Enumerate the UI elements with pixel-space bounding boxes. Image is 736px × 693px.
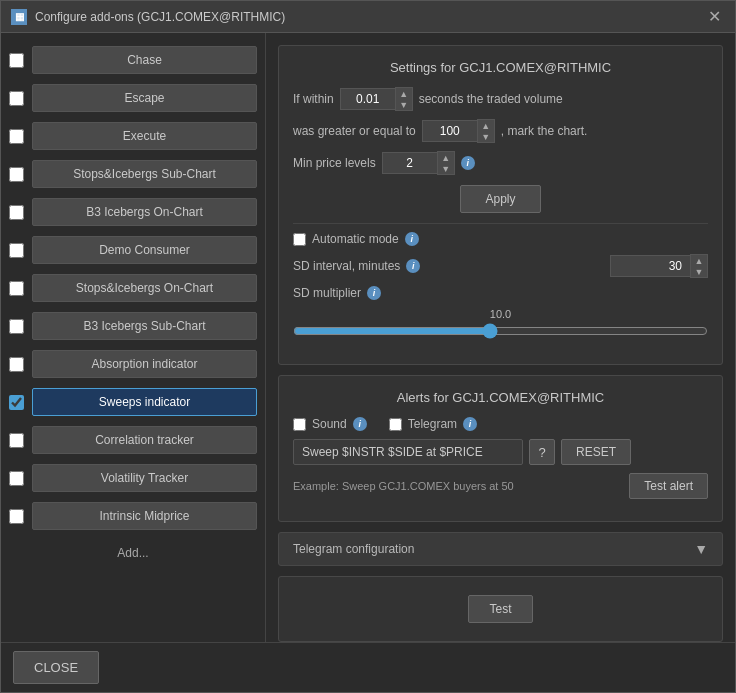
telegram-info-icon[interactable]: i bbox=[463, 417, 477, 431]
min-price-arrows: ▲ ▼ bbox=[437, 151, 455, 175]
main-content: Chase Escape Execute Stops&Icebergs Sub-… bbox=[1, 33, 735, 642]
message-row: ? RESET bbox=[293, 439, 708, 465]
checkbox-volatility[interactable] bbox=[9, 471, 24, 486]
sd-interval-down[interactable]: ▼ bbox=[691, 266, 707, 277]
btn-escape[interactable]: Escape bbox=[32, 84, 257, 112]
sidebar: Chase Escape Execute Stops&Icebergs Sub-… bbox=[1, 33, 266, 642]
seconds-down[interactable]: ▼ bbox=[396, 99, 412, 110]
checkbox-sweeps[interactable] bbox=[9, 395, 24, 410]
automatic-mode-label: Automatic mode bbox=[293, 232, 399, 246]
min-price-info-icon[interactable]: i bbox=[461, 156, 475, 170]
apply-button[interactable]: Apply bbox=[460, 185, 540, 213]
sd-multiplier-row: SD multiplier i 10.0 bbox=[293, 286, 708, 342]
window-close-btn[interactable]: ✕ bbox=[703, 6, 725, 28]
btn-demo[interactable]: Demo Consumer bbox=[32, 236, 257, 264]
checkbox-execute[interactable] bbox=[9, 129, 24, 144]
min-price-label: Min price levels bbox=[293, 156, 376, 170]
seconds-input[interactable] bbox=[340, 88, 395, 110]
sd-multiplier-slider[interactable] bbox=[293, 323, 708, 339]
btn-sweeps[interactable]: Sweeps indicator bbox=[32, 388, 257, 416]
telegram-text: Telegram bbox=[408, 417, 457, 431]
sd-interval-up[interactable]: ▲ bbox=[691, 255, 707, 266]
sd-multiplier-label: SD multiplier bbox=[293, 286, 361, 300]
sd-interval-spin: ▲ ▼ bbox=[610, 254, 708, 278]
sound-info-icon[interactable]: i bbox=[353, 417, 367, 431]
btn-absorption[interactable]: Absorption indicator bbox=[32, 350, 257, 378]
telegram-config-body: Test bbox=[278, 576, 723, 642]
min-price-row: Min price levels ▲ ▼ i bbox=[293, 151, 708, 175]
sd-interval-arrows: ▲ ▼ bbox=[690, 254, 708, 278]
mark-label: , mark the chart. bbox=[501, 124, 588, 138]
btn-b3-on[interactable]: B3 Icebergs On-Chart bbox=[32, 198, 257, 226]
sd-interval-row: SD interval, minutes i ▲ ▼ bbox=[293, 254, 708, 278]
telegram-config-section[interactable]: Telegram configuration ▼ bbox=[278, 532, 723, 566]
question-button[interactable]: ? bbox=[529, 439, 555, 465]
seconds-spin: ▲ ▼ bbox=[340, 87, 413, 111]
test-alert-button[interactable]: Test alert bbox=[629, 473, 708, 499]
volume-spin: ▲ ▼ bbox=[422, 119, 495, 143]
min-price-up[interactable]: ▲ bbox=[438, 152, 454, 163]
btn-correlation[interactable]: Correlation tracker bbox=[32, 426, 257, 454]
title-bar-left: ▦ Configure add-ons (GCJ1.COMEX@RITHMIC) bbox=[11, 9, 285, 25]
checkbox-intrinsic[interactable] bbox=[9, 509, 24, 524]
seconds-label: seconds the traded volume bbox=[419, 92, 563, 106]
checkbox-demo[interactable] bbox=[9, 243, 24, 258]
sound-telegram-row: Sound i Telegram i bbox=[293, 417, 708, 431]
sidebar-item-escape: Escape bbox=[1, 79, 265, 117]
min-price-spin: ▲ ▼ bbox=[382, 151, 455, 175]
checkbox-stops-on[interactable] bbox=[9, 281, 24, 296]
telegram-checkbox[interactable] bbox=[389, 418, 402, 431]
automatic-mode-row: Automatic mode i bbox=[293, 232, 708, 246]
sidebar-item-chase: Chase bbox=[1, 41, 265, 79]
title-bar: ▦ Configure add-ons (GCJ1.COMEX@RITHMIC)… bbox=[1, 1, 735, 33]
window-title: Configure add-ons (GCJ1.COMEX@RITHMIC) bbox=[35, 10, 285, 24]
automatic-mode-info-icon[interactable]: i bbox=[405, 232, 419, 246]
checkbox-chase[interactable] bbox=[9, 53, 24, 68]
telegram-chevron-icon: ▼ bbox=[694, 541, 708, 557]
btn-stops-on[interactable]: Stops&Icebergs On-Chart bbox=[32, 274, 257, 302]
sd-multiplier-value: 10.0 bbox=[293, 308, 708, 320]
settings-section: Settings for GCJ1.COMEX@RITHMIC If withi… bbox=[278, 45, 723, 365]
min-price-input[interactable] bbox=[382, 152, 437, 174]
message-input[interactable] bbox=[293, 439, 523, 465]
was-greater-label: was greater or equal to bbox=[293, 124, 416, 138]
volume-arrows: ▲ ▼ bbox=[477, 119, 495, 143]
automatic-mode-checkbox[interactable] bbox=[293, 233, 306, 246]
sidebar-item-absorption: Absorption indicator bbox=[1, 345, 265, 383]
sd-interval-input[interactable] bbox=[610, 255, 690, 277]
checkbox-escape[interactable] bbox=[9, 91, 24, 106]
telegram-test-button[interactable]: Test bbox=[468, 595, 532, 623]
volume-input[interactable] bbox=[422, 120, 477, 142]
sidebar-item-correlation: Correlation tracker bbox=[1, 421, 265, 459]
btn-chase[interactable]: Chase bbox=[32, 46, 257, 74]
checkbox-correlation[interactable] bbox=[9, 433, 24, 448]
btn-volatility[interactable]: Volatility Tracker bbox=[32, 464, 257, 492]
sd-interval-info-icon[interactable]: i bbox=[406, 259, 420, 273]
sidebar-item-b3-on: B3 Icebergs On-Chart bbox=[1, 193, 265, 231]
sd-multiplier-info-icon[interactable]: i bbox=[367, 286, 381, 300]
sidebar-item-execute: Execute bbox=[1, 117, 265, 155]
reset-button[interactable]: RESET bbox=[561, 439, 631, 465]
close-button[interactable]: CLOSE bbox=[13, 651, 99, 684]
sound-checkbox[interactable] bbox=[293, 418, 306, 431]
alerts-section: Alerts for GCJ1.COMEX@RITHMIC Sound i Te… bbox=[278, 375, 723, 522]
checkbox-b3-sub[interactable] bbox=[9, 319, 24, 334]
seconds-row: If within ▲ ▼ seconds the traded volume bbox=[293, 87, 708, 111]
telegram-config-label: Telegram configuration bbox=[293, 542, 414, 556]
volume-down[interactable]: ▼ bbox=[478, 131, 494, 142]
bottom-bar: CLOSE bbox=[1, 642, 735, 692]
min-price-down[interactable]: ▼ bbox=[438, 163, 454, 174]
checkbox-b3-on[interactable] bbox=[9, 205, 24, 220]
checkbox-absorption[interactable] bbox=[9, 357, 24, 372]
btn-intrinsic[interactable]: Intrinsic Midprice bbox=[32, 502, 257, 530]
btn-execute[interactable]: Execute bbox=[32, 122, 257, 150]
settings-title: Settings for GCJ1.COMEX@RITHMIC bbox=[293, 60, 708, 75]
alerts-title: Alerts for GCJ1.COMEX@RITHMIC bbox=[293, 390, 708, 405]
checkbox-stops-sub[interactable] bbox=[9, 167, 24, 182]
btn-b3-sub[interactable]: B3 Icebergs Sub-Chart bbox=[32, 312, 257, 340]
seconds-up[interactable]: ▲ bbox=[396, 88, 412, 99]
btn-stops-sub[interactable]: Stops&Icebergs Sub-Chart bbox=[32, 160, 257, 188]
add-button[interactable]: Add... bbox=[9, 540, 257, 566]
telegram-label-wrap: Telegram bbox=[389, 417, 457, 431]
volume-up[interactable]: ▲ bbox=[478, 120, 494, 131]
